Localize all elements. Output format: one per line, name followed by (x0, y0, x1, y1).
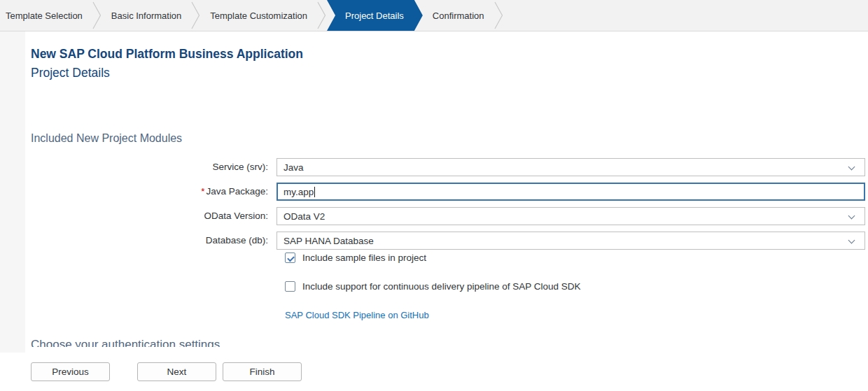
required-asterisk: * (201, 186, 204, 197)
wizard-step-label: Project Details (345, 10, 404, 21)
step-separator-icon (92, 0, 102, 31)
checkbox-row-sdk-pipeline[interactable]: Include support for continuous delivery … (285, 281, 581, 292)
checkbox-sample-files-label: Include sample files in project (302, 253, 426, 263)
odata-version-select[interactable]: OData V2 (276, 207, 865, 225)
step-separator-icon (317, 0, 326, 31)
database-select-value: SAP HANA Database (284, 236, 374, 246)
section-title-modules: Included New Project Modules (31, 132, 182, 145)
wizard-step-label: Confirmation (433, 10, 484, 21)
checkbox-row-sample-files[interactable]: Include sample files in project (285, 253, 426, 263)
chevron-down-icon (848, 164, 855, 171)
text-caret (314, 187, 315, 197)
java-package-input[interactable]: my.app (276, 183, 865, 201)
checkbox-checked-icon[interactable] (285, 253, 295, 263)
odata-version-label: OData Version: (31, 207, 276, 225)
sdk-pipeline-github-link[interactable]: SAP Cloud SDK Pipeline on GitHub (285, 310, 429, 320)
service-select[interactable]: Java (276, 158, 865, 176)
step-separator-icon (494, 0, 503, 31)
wizard-step-label: Template Customization (210, 10, 307, 21)
wizard-step-basic-information[interactable]: Basic Information (102, 0, 191, 31)
wizard-step-project-details[interactable]: Project Details (327, 0, 423, 31)
odata-version-label-text: OData Version: (204, 211, 268, 221)
chevron-down-icon (848, 213, 855, 220)
service-select-value: Java (284, 162, 304, 173)
wizard-step-template-selection[interactable]: Template Selection (0, 0, 92, 31)
database-select[interactable]: SAP HANA Database (276, 232, 865, 250)
sap-webide-new-project-wizard: Template Selection Basic Information Tem… (0, 0, 868, 391)
java-package-label: *Java Package: (31, 183, 276, 201)
checkbox-sdk-pipeline-label: Include support for continuous delivery … (302, 281, 581, 292)
chevron-down-icon (848, 237, 855, 244)
database-label-text: Database (db): (206, 235, 268, 246)
finish-button[interactable]: Finish (223, 362, 302, 381)
wizard-progress-bar: Template Selection Basic Information Tem… (0, 0, 868, 31)
wizard-step-confirmation[interactable]: Confirmation (423, 0, 494, 31)
footer-button-row: Previous Next Finish (31, 362, 302, 381)
form-row-service: Service (srv): Java (31, 158, 865, 176)
next-button[interactable]: Next (137, 362, 216, 381)
previous-button[interactable]: Previous (31, 362, 110, 381)
form-row-odata-version: OData Version: OData V2 (31, 207, 865, 225)
form-row-database: Database (db): SAP HANA Database (31, 232, 865, 250)
page-header: New SAP Cloud Platform Business Applicat… (31, 46, 303, 80)
service-label-text: Service (srv): (212, 162, 268, 172)
page-title: New SAP Cloud Platform Business Applicat… (31, 46, 303, 62)
checkbox-unchecked-icon[interactable] (285, 281, 295, 292)
left-gutter (0, 31, 25, 353)
java-package-value: my.app (284, 187, 314, 197)
wizard-step-template-customization[interactable]: Template Customization (200, 0, 317, 31)
form-row-java-package: *Java Package: my.app (31, 183, 865, 201)
java-package-label-text: Java Package: (206, 186, 268, 197)
wizard-step-label: Basic Information (111, 10, 181, 21)
project-details-form: Service (srv): Java *Java Package: my.ap… (31, 158, 865, 256)
database-label: Database (db): (31, 232, 276, 250)
wizard-footer: Previous Next Finish (0, 353, 868, 391)
odata-version-select-value: OData V2 (284, 211, 325, 222)
step-separator-icon (191, 0, 200, 31)
wizard-step-label: Template Selection (6, 10, 83, 21)
page-subtitle: Project Details (31, 65, 303, 80)
service-label: Service (srv): (31, 158, 276, 176)
section-title-authentication-clipped: Choose your authentication settings (31, 338, 220, 347)
